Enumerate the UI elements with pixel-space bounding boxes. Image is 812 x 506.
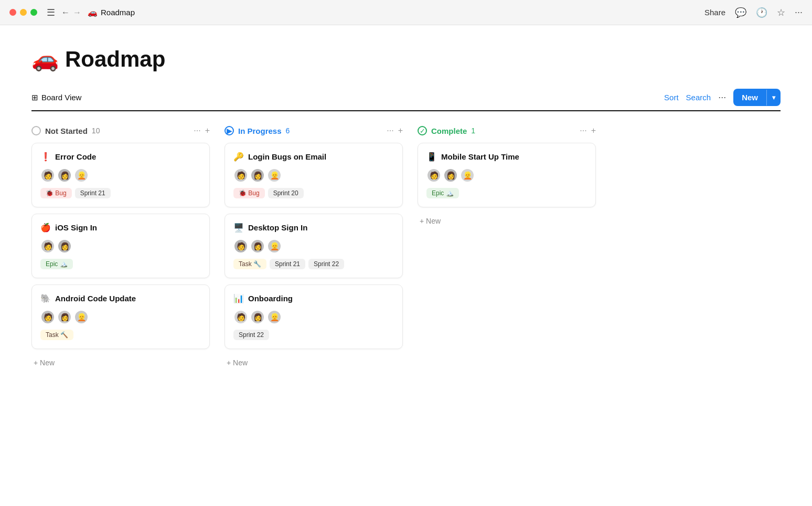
card-label-login-bugs: Login Bugs on Email [248,152,326,161]
page-title: 🚗 Roadmap [31,46,781,72]
avatars-login-bugs: 🧑 👩 👱 [233,168,394,183]
column-actions-in-progress: ··· + [387,126,403,135]
card-title-desktop-sign-in: 🖥️ Desktop Sign In [233,223,394,233]
card-emoji-desktop: 🖥️ [233,223,244,233]
column-complete: ✓ Complete 1 ··· + 📱 Mobile Start Up Tim… [418,126,596,228]
avatar: 🧑 [40,168,55,183]
page-title-emoji: 🚗 [31,46,59,72]
avatar: 👱 [267,310,282,324]
avatar: 👱 [267,239,282,254]
tags-ios-sign-in: Epic 🏔️ [40,259,201,269]
card-emoji-ios: 🍎 [40,223,51,233]
in-progress-icon: ▶ [225,126,234,135]
column-add-icon[interactable]: + [398,126,403,135]
column-in-progress: ▶ In Progress 6 ··· + 🔑 Login Bugs on Em… [225,126,403,370]
nav-forward-button[interactable]: → [73,8,81,17]
tags-error-code: 🐞 Bug Sprint 21 [40,188,201,198]
sort-button[interactable]: Sort [664,93,679,102]
toolbar: ⊞ Board View Sort Search ··· New ▾ [31,89,781,111]
column-not-started: Not Started 10 ··· + ❗ Error Code 🧑 👩 👱 [31,126,210,370]
fullscreen-button[interactable] [30,9,37,16]
board-view-tab[interactable]: ⊞ Board View [31,93,81,102]
column-add-icon[interactable]: + [591,126,596,135]
card-android-code-update[interactable]: 🐘 Android Code Update 🧑 👩 👱 Task 🔨 [31,284,210,349]
avatar: 👩 [250,168,265,183]
avatar: 👱 [460,168,475,183]
toolbar-right: Sort Search ··· New ▾ [664,89,781,106]
page-content: 🚗 Roadmap ⊞ Board View Sort Search ··· N… [0,25,812,391]
card-emoji-mobile: 📱 [426,152,437,162]
tags-login-bugs: 🐞 Bug Sprint 20 [233,188,394,198]
avatars-error-code: 🧑 👩 👱 [40,168,201,183]
minimize-button[interactable] [20,9,27,16]
close-button[interactable] [9,9,16,16]
column-header-in-progress: ▶ In Progress 6 ··· + [225,126,403,135]
tag-sprint-21: Sprint 21 [270,259,305,269]
column-more-icon[interactable]: ··· [194,126,200,135]
column-count-complete: 1 [471,126,475,135]
column-header-not-started: Not Started 10 ··· + [31,126,210,135]
column-more-icon[interactable]: ··· [387,126,393,135]
add-new-complete[interactable]: + New [418,214,596,228]
history-icon[interactable]: 🕐 [756,7,767,18]
avatar: 👩 [57,168,72,183]
avatars-desktop-sign-in: 🧑 👩 👱 [233,239,394,254]
card-title-login-bugs: 🔑 Login Bugs on Email [233,152,394,162]
card-title-onboarding: 📊 Onboarding [233,293,394,303]
new-button[interactable]: New ▾ [733,89,781,106]
titlebar: ☰ ← → 🚗 Roadmap Share 💬 🕐 ☆ ··· [0,0,812,25]
board-view-icon: ⊞ [31,93,38,102]
share-button[interactable]: Share [704,8,725,17]
avatar: 🧑 [426,168,441,183]
nav-arrows: ← → [61,8,81,17]
avatar: 👩 [443,168,458,183]
nav-back-button[interactable]: ← [61,8,70,17]
avatar: 🧑 [40,239,55,254]
comment-icon[interactable]: 💬 [735,7,746,18]
app-name: Roadmap [101,8,135,17]
card-title-android: 🐘 Android Code Update [40,293,201,303]
toolbar-left: ⊞ Board View [31,93,81,102]
avatar: 👱 [74,310,89,324]
tag-sprint-20: Sprint 20 [268,188,304,198]
avatar: 🧑 [233,310,248,324]
avatar: 🧑 [40,310,55,324]
column-add-icon[interactable]: + [205,126,210,135]
more-options-icon[interactable]: ··· [718,92,726,103]
card-label-desktop-sign-in: Desktop Sign In [248,223,307,232]
card-emoji-onboarding: 📊 [233,293,244,303]
tag-bug: 🐞 Bug [40,188,72,198]
card-login-bugs[interactable]: 🔑 Login Bugs on Email 🧑 👩 👱 🐞 Bug Sprint… [225,143,403,207]
titlebar-right: Share 💬 🕐 ☆ ··· [704,7,803,18]
card-label-onboarding: Onboarding [248,294,293,303]
card-label-ios-sign-in: iOS Sign In [55,223,97,232]
avatar: 👩 [57,310,72,324]
add-new-not-started[interactable]: + New [31,355,210,370]
more-icon[interactable]: ··· [795,7,803,18]
column-title-complete: Complete [431,126,467,135]
avatars-mobile-startup: 🧑 👩 👱 [426,168,587,183]
new-button-caret[interactable]: ▾ [766,90,781,106]
card-error-code[interactable]: ❗ Error Code 🧑 👩 👱 🐞 Bug Sprint 21 [31,143,210,207]
avatar: 👩 [250,239,265,254]
new-button-label[interactable]: New [733,89,766,106]
app-emoji: 🚗 [88,8,98,17]
card-mobile-startup[interactable]: 📱 Mobile Start Up Time 🧑 👩 👱 Epic 🏔️ [418,143,596,207]
add-new-in-progress[interactable]: + New [225,355,403,370]
tags-onboarding: Sprint 22 [233,330,394,340]
card-ios-sign-in[interactable]: 🍎 iOS Sign In 🧑 👩 Epic 🏔️ [31,214,210,278]
hamburger-menu-icon[interactable]: ☰ [47,7,55,18]
avatars-android: 🧑 👩 👱 [40,310,201,324]
avatars-ios-sign-in: 🧑 👩 [40,239,201,254]
column-header-complete: ✓ Complete 1 ··· + [418,126,596,135]
card-desktop-sign-in[interactable]: 🖥️ Desktop Sign In 🧑 👩 👱 Task 🔧 Sprint 2… [225,214,403,278]
board-view-label-text: Board View [41,93,81,102]
search-button[interactable]: Search [686,93,711,102]
card-title-mobile-startup: 📱 Mobile Start Up Time [426,152,587,162]
card-label-error-code: Error Code [55,152,96,161]
card-onboarding[interactable]: 📊 Onboarding 🧑 👩 👱 Sprint 22 [225,284,403,349]
star-icon[interactable]: ☆ [777,7,785,18]
column-more-icon[interactable]: ··· [580,126,586,135]
card-emoji-error-code: ❗ [40,152,51,162]
tags-desktop-sign-in: Task 🔧 Sprint 21 Sprint 22 [233,259,394,269]
